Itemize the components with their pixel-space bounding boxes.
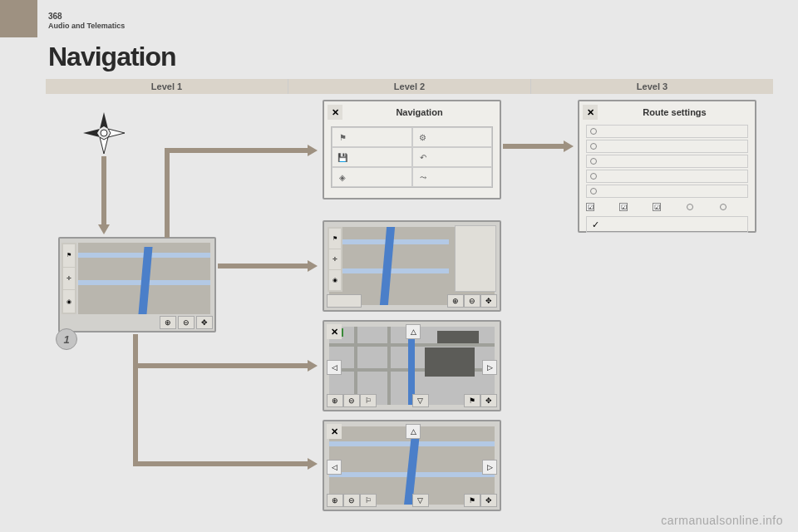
radio-icon: [590, 128, 597, 135]
level1-map-screen[interactable]: ⚑ ✛ ◉ ⊕ ⊖ ✥: [58, 237, 216, 332]
close-button[interactable]: ✕: [327, 424, 342, 439]
panel-title: Navigation: [342, 107, 496, 117]
route-option[interactable]: [586, 170, 748, 183]
pan-right-button[interactable]: ▷: [482, 460, 497, 475]
close-button[interactable]: ✕: [328, 105, 342, 120]
map-sidebar: ⚑ ✛ ◉: [62, 243, 76, 314]
nav-item-destination[interactable]: ⚑: [332, 127, 412, 147]
watermark-text: carmanualsonline.info: [661, 514, 783, 527]
section-name: Audio and Telematics: [48, 22, 125, 30]
orient-button[interactable]: ✥: [480, 494, 497, 507]
route-option[interactable]: [586, 125, 748, 138]
pan-left-button[interactable]: ◁: [327, 460, 342, 475]
map-bottom-toolbar: ⊕ ⊖ ✥: [62, 316, 213, 329]
pan-right-button[interactable]: ▷: [482, 360, 497, 375]
poi-icon: ◈: [337, 172, 347, 182]
nav-menu-grid: ⚑ ⚙ 💾 ↶ ◈ ⤳: [331, 126, 493, 188]
route-toggle[interactable]: ☑: [653, 203, 681, 211]
close-button[interactable]: ✕: [327, 324, 342, 339]
orient-button[interactable]: ✥: [196, 316, 213, 329]
route-option[interactable]: [586, 140, 748, 153]
pan-up-button[interactable]: △: [406, 424, 421, 439]
page-number: 368: [48, 12, 62, 21]
zoom-out-button[interactable]: ⊖: [343, 394, 360, 407]
level1-header: Level 1: [46, 79, 288, 94]
route-icon: ⤳: [418, 172, 428, 182]
location-icon[interactable]: ◉: [329, 270, 341, 290]
map-sidebar: ⚑ ✛ ◉: [328, 227, 342, 292]
pan-left-button[interactable]: ◁: [327, 360, 342, 375]
arrow-segment: [165, 148, 170, 238]
zoom-in-button[interactable]: ⊕: [327, 494, 343, 507]
checkbox-icon: ☑: [619, 203, 628, 211]
arrow-segment: [133, 461, 310, 466]
level2-map-2d-screen[interactable]: ✕ △ ◁ ▷ ⊕ ⊖ ⚐ ▽ ⚑ ✥: [323, 320, 501, 411]
crosshair-icon[interactable]: ✛: [329, 249, 341, 269]
pan-up-button[interactable]: △: [406, 324, 421, 339]
radio-icon: [720, 204, 727, 210]
flag-button[interactable]: ⚑: [464, 494, 480, 507]
radio-icon: [590, 188, 597, 195]
zoom-out-button[interactable]: ⊖: [464, 294, 480, 308]
zoom-in-button[interactable]: ⊕: [160, 316, 176, 329]
zoom-in-button[interactable]: ⊕: [447, 294, 464, 308]
route-option[interactable]: [586, 155, 748, 168]
return-icon: ↶: [418, 152, 428, 162]
compass-icon[interactable]: [83, 112, 125, 154]
arrow-head-icon: [98, 224, 110, 234]
route-toggle[interactable]: ☑: [619, 203, 648, 211]
level2-header: Level 2: [288, 79, 531, 94]
arrow-head-icon: [564, 140, 574, 152]
callout-badge-1: 1: [56, 328, 77, 350]
zoom-in-button[interactable]: ⊕: [327, 394, 343, 407]
zoom-out-button[interactable]: ⊖: [343, 494, 360, 507]
location-icon[interactable]: ◉: [63, 290, 75, 313]
radio-icon: [687, 204, 693, 210]
pan-down-button[interactable]: ▽: [412, 394, 429, 407]
save-icon: 💾: [337, 152, 347, 162]
svg-marker-2: [83, 129, 100, 137]
nav-item-poi[interactable]: ◈: [332, 167, 412, 187]
zoom-out-button[interactable]: ⊖: [178, 316, 195, 329]
panel-title: Route settings: [598, 107, 751, 117]
nav-item-route[interactable]: ⤳: [412, 167, 493, 187]
checkbox-icon: ☑: [586, 203, 594, 211]
route-options-list: [586, 125, 748, 198]
svg-point-4: [101, 130, 107, 136]
page-corner-tab: [0, 0, 37, 37]
level2-map-3d-scroll-screen[interactable]: ✕ △ ◁ ▷ ⊕ ⊖ ⚐ ▽ ⚑ ✥: [323, 420, 501, 511]
arrow-head-icon: [308, 260, 318, 272]
flag-button[interactable]: ⚑: [464, 394, 480, 407]
info-side-panel: [455, 225, 496, 292]
nav-item-return[interactable]: ↶: [412, 147, 493, 167]
arrow-head-icon: [308, 458, 318, 470]
radio-icon: [590, 143, 597, 150]
route-toggle[interactable]: [720, 204, 748, 210]
level2-map-sidebar-screen[interactable]: ⚑ ✛ ◉ ⊕ ⊖ ✥: [323, 220, 501, 312]
flag-icon[interactable]: ⚑: [329, 229, 341, 249]
arrow-segment: [133, 334, 138, 463]
route-toggle[interactable]: [687, 204, 715, 210]
route-toggle[interactable]: ☑: [586, 203, 614, 211]
svg-marker-3: [108, 129, 125, 137]
route-option[interactable]: [586, 185, 748, 198]
poi-button[interactable]: ⚐: [360, 494, 377, 507]
nav-item-save[interactable]: 💾: [332, 147, 412, 167]
crosshair-icon[interactable]: ✛: [63, 268, 75, 290]
orient-button[interactable]: ✥: [480, 294, 497, 308]
navigation-menu-panel: ✕ Navigation ⚑ ⚙ 💾 ↶ ◈ ⤳: [323, 100, 501, 200]
poi-button[interactable]: ⚐: [360, 394, 377, 407]
orient-button[interactable]: ✥: [480, 394, 497, 407]
pan-down-button[interactable]: ▽: [412, 494, 429, 507]
flag-icon[interactable]: ⚑: [63, 244, 75, 267]
radio-icon: [590, 173, 597, 180]
radio-icon: [590, 158, 597, 165]
confirm-button[interactable]: ✓: [586, 216, 748, 233]
map-view-3d: [78, 243, 210, 314]
nav-item-settings[interactable]: ⚙: [412, 127, 493, 147]
info-bar: [327, 294, 362, 308]
arrow-head-icon: [308, 360, 318, 372]
level3-header: Level 3: [531, 79, 773, 94]
close-button[interactable]: ✕: [583, 105, 598, 120]
arrow-head-icon: [308, 145, 318, 156]
